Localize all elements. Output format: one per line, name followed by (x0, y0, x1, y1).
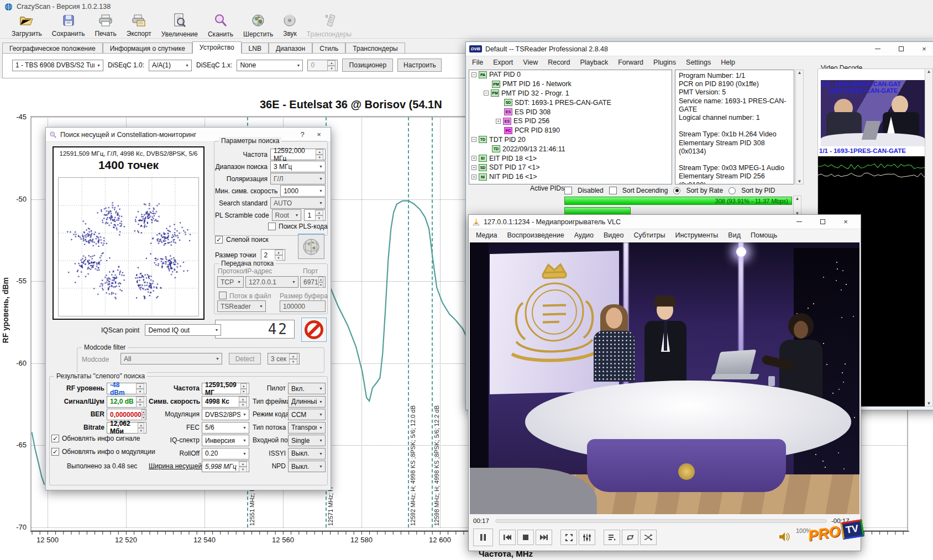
tree-expand-icon[interactable]: + (471, 156, 476, 161)
vlc-video-area[interactable] (470, 242, 859, 514)
protocol-select[interactable]: TCP▼ (217, 276, 244, 288)
param-4-select[interactable]: 1000▼ (280, 185, 326, 197)
setup-button[interactable]: Настроить (397, 59, 442, 72)
tsreader-menu-file[interactable]: File (467, 57, 488, 68)
vlc-menu-7[interactable]: Вид (723, 230, 746, 241)
next-button[interactable] (536, 530, 552, 545)
result-3-2-select[interactable]: Длинный▼ (288, 396, 326, 408)
tree-expand-icon[interactable]: − (471, 72, 476, 77)
sort-by-pid-radio[interactable] (728, 187, 736, 194)
shuffle-button[interactable] (640, 530, 657, 545)
reader-select[interactable]: TSReader▼ (217, 300, 266, 312)
vlc-menu-4[interactable]: Видео (599, 230, 629, 241)
positioner-button[interactable]: Позиционер (342, 59, 393, 72)
detect-button[interactable]: Detect (229, 353, 261, 364)
globe-scan-button[interactable] (298, 234, 324, 259)
tab-1[interactable]: Географическое положение (2, 43, 103, 54)
param-3-select[interactable]: Г/Л▼ (270, 173, 326, 184)
buffer-size-field[interactable]: 100000 (280, 300, 326, 312)
tab-5[interactable]: Диапазон (269, 43, 312, 54)
scroll-up-icon[interactable]: ▲ (798, 70, 802, 75)
load-toolbar-button[interactable]: Загрузить (8, 13, 46, 39)
pid-list-scrollbar[interactable]: ▲▼ (793, 196, 801, 216)
diseqc1x-select[interactable]: None▼ (237, 60, 303, 71)
tree-item[interactable]: −PMPMT PID 32 - Progr. 1 (469, 89, 672, 98)
tree-item[interactable]: SDSDT: 1693-1 PRES-CAN-GATE (469, 98, 672, 107)
zoom-toolbar-button[interactable]: Увеличение (158, 12, 202, 39)
result-checkbox[interactable]: ✓ (51, 448, 59, 456)
tree-expand-icon[interactable]: − (471, 137, 476, 142)
sound-toolbar-button[interactable]: Звук (279, 13, 301, 39)
vlc-menu-3[interactable]: Аудио (569, 230, 599, 241)
tsreader-menu-playback[interactable]: Playback (575, 57, 613, 68)
tsreader-menu-forward[interactable]: Forward (613, 57, 648, 68)
result-2-3-select[interactable]: DVBS2/8PSK▼ (202, 409, 249, 420)
scroll-down-icon[interactable]: ▼ (798, 179, 802, 184)
tree-item[interactable]: +EIEIT PID 18 <1> (469, 154, 672, 163)
tuner-select[interactable]: 1 - TBS 6908 DVBS/S2 Tuner 1▼ (12, 60, 103, 71)
result-2-4-select[interactable]: 5/6▼ (202, 422, 249, 434)
tree-expand-icon[interactable]: + (471, 175, 476, 179)
comb-toolbar-button[interactable]: Шерстить (239, 13, 277, 39)
seek-bar[interactable] (495, 519, 827, 523)
vlc-minimize-button[interactable] (788, 215, 811, 229)
dialog-help-button[interactable]: ? (294, 128, 311, 141)
detect-interval-spinner[interactable]: 3 сек▲▼ (268, 353, 300, 364)
vlc-menu-2[interactable]: Воспроизведение (502, 230, 569, 241)
stop-button[interactable] (301, 318, 327, 342)
param-1-spinner[interactable]: 12592,000 МГц▲▼ (270, 149, 326, 160)
stop-playback-button[interactable] (517, 530, 534, 545)
pid-tree-panel[interactable]: −PAPAT PID 0PMPMT PID 16 - Network−PMPMT… (469, 70, 672, 184)
dot-size-spinner[interactable]: 2▲▼ (261, 249, 285, 261)
result-1-1-spinner[interactable]: -48 dBm▲▼ (107, 383, 146, 394)
tsreader-menu-plugins[interactable]: Plugins (648, 57, 681, 68)
loop-button[interactable] (622, 530, 638, 545)
vlc-menu-6[interactable]: Инструменты (670, 230, 723, 241)
sort-descending-checkbox[interactable] (609, 187, 617, 194)
tsreader-menu-view[interactable]: View (518, 57, 543, 68)
param-5-select[interactable]: AUTO▼ (270, 197, 326, 209)
tree-expand-icon[interactable]: + (496, 119, 501, 124)
result-1-3-spinner[interactable]: 0,0000000▲▼ (107, 409, 146, 420)
pl-scramble-select[interactable]: Root▼ (272, 209, 302, 221)
tab-2[interactable]: Информация о спутнике (103, 43, 192, 54)
tree-item[interactable]: +ESES PID 256 (469, 117, 672, 126)
tab-6[interactable]: Стиль (312, 43, 345, 54)
settings-button[interactable] (579, 530, 595, 545)
stream-to-file-checkbox[interactable] (219, 292, 227, 299)
result-3-7-select[interactable]: Выкл.▼ (288, 461, 326, 472)
tab-7[interactable]: Транспондеры (345, 43, 405, 54)
tsreader-close-button[interactable]: × (913, 42, 933, 56)
result-checkbox[interactable]: ✓ (51, 435, 59, 442)
vlc-menu-8[interactable]: Помощь (746, 230, 782, 241)
tree-item[interactable]: PCPCR PID 8190 (469, 126, 672, 135)
port-spinner[interactable]: 6971▲▼ (300, 276, 326, 288)
tree-item[interactable]: −PAPAT PID 0 (469, 70, 672, 80)
pls-search-checkbox[interactable] (268, 223, 276, 230)
tsreader-menu-help[interactable]: Help (716, 57, 740, 68)
previous-button[interactable] (499, 530, 516, 545)
vlc-menu-1[interactable]: Медиа (471, 230, 502, 241)
video-decode-scrollbar[interactable]: ▲▼ (925, 68, 933, 406)
vlc-menu-5[interactable]: Субтитры (628, 230, 670, 241)
dialog-titlebar[interactable]: Поиск несущей и Constellation-мониторинг… (46, 128, 331, 142)
ip-select[interactable]: 127.0.0.1▼ (245, 276, 298, 288)
result-2-5-select[interactable]: Инверсия▼ (202, 435, 249, 446)
blind-search-checkbox[interactable]: ✓ (215, 236, 223, 244)
tsreader-minimize-button[interactable] (866, 42, 889, 56)
result-1-2-spinner[interactable]: 12,0 dB▲▼ (107, 396, 146, 408)
result-1-4-spinner[interactable]: 12,062 Мби▲▼ (107, 422, 146, 434)
result-3-4-select[interactable]: Transport▼ (288, 422, 326, 434)
export-toolbar-button[interactable]: Экспорт (123, 13, 155, 39)
playlist-button[interactable] (604, 530, 620, 545)
tsreader-menu-record[interactable]: Record (543, 57, 575, 68)
param-2-select[interactable]: 3 МГц▼ (270, 161, 326, 172)
result-3-5-select[interactable]: Single▼ (288, 435, 326, 446)
vlc-close-button[interactable]: × (834, 215, 857, 229)
tree-item[interactable]: ESES PID 308 (469, 107, 672, 117)
result-3-1-select[interactable]: Вкл.▼ (288, 383, 326, 394)
tree-expand-icon[interactable]: + (471, 165, 476, 170)
tsreader-menu-settings[interactable]: Settings (681, 57, 716, 68)
result-3-3-select[interactable]: CCM▼ (288, 409, 326, 420)
fullscreen-button[interactable] (560, 530, 577, 545)
